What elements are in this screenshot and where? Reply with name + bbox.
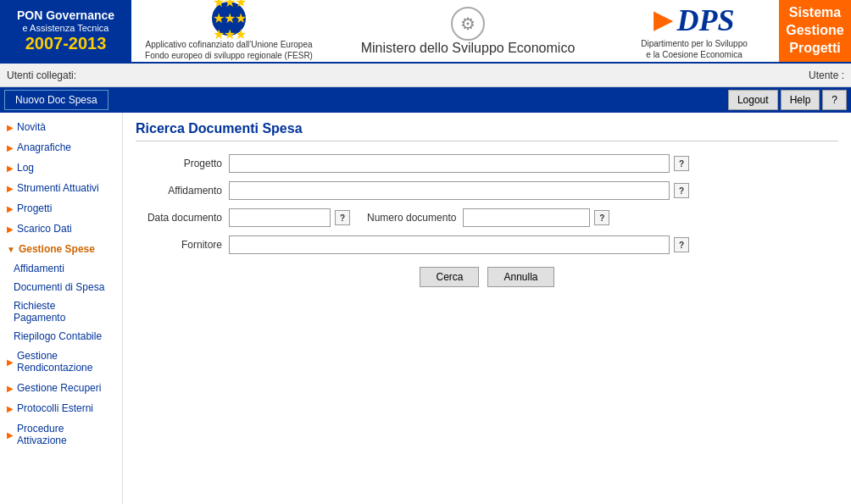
fornitore-row: Fornitore ? <box>136 235 838 254</box>
dps-subtitle: Dipartimento per lo Sviluppo e la Coesio… <box>641 38 748 60</box>
sidebar-item-progetti[interactable]: ▶ Progetti <box>0 198 122 219</box>
sidebar-item-gestione-spese[interactable]: ▼ Gestione Spese <box>0 239 122 259</box>
eu-circle: ★★★★★★★★★ <box>212 2 246 36</box>
data-doc-part: Data documento ? <box>136 208 350 227</box>
connected-users-label: Utenti collegati: <box>7 69 76 81</box>
sidebar-label-procedure: Procedure Attivazione <box>17 423 115 446</box>
sidebar-item-richieste[interactable]: Richieste Pagamento <box>0 296 122 327</box>
search-form: Progetto ? Affidamento ? Data documento … <box>136 154 838 287</box>
sidebar-item-gestione-recuperi[interactable]: ▶ Gestione Recuperi <box>0 378 122 398</box>
sgp-line2: Gestione <box>786 22 843 40</box>
nav-bar: Nuovo Doc Spesa Logout Help ? <box>0 87 851 113</box>
protocolli-arrow-icon: ▶ <box>7 404 14 413</box>
progetto-row: Progetto ? <box>136 154 838 173</box>
sidebar-item-riepilogo[interactable]: Riepilogo Contabile <box>0 327 122 346</box>
eu-stars-icon: ★★★★★★★★★ <box>213 0 246 42</box>
pon-logo: PON Governance e Assistenza Tecnica 2007… <box>0 0 131 62</box>
gestione-recuperi-arrow-icon: ▶ <box>7 384 14 393</box>
header: PON Governance e Assistenza Tecnica 2007… <box>0 0 851 64</box>
user-label: Utente : <box>809 69 844 81</box>
numero-doc-label: Numero documento <box>367 212 463 224</box>
mse-emblem-icon: ⚙ <box>451 7 485 41</box>
sidebar-item-protocolli[interactable]: ▶ Protocolli Esterni <box>0 398 122 418</box>
mse-logo: ⚙ Ministero dello Sviluppo Economico <box>326 0 609 62</box>
pon-title2: e Assistenza Tecnica <box>23 23 109 34</box>
eu-subtitle: Applicativo cofinanziato dall'Unione Eur… <box>145 39 313 61</box>
affidamento-row: Affidamento ? <box>136 181 838 200</box>
main-layout: ▶ Novità ▶ Anagrafiche ▶ Log ▶ Strumenti… <box>0 113 851 504</box>
sidebar-item-log[interactable]: ▶ Log <box>0 158 122 178</box>
numero-doc-help-button[interactable]: ? <box>594 210 609 225</box>
eu-subtitle2: Fondo europeo di sviluppo regionale (FES… <box>145 51 313 60</box>
data-doc-label: Data documento <box>136 212 229 224</box>
sidebar-label-documenti-spesa: Documenti di Spesa <box>14 281 104 293</box>
anagrafiche-arrow-icon: ▶ <box>7 143 14 152</box>
form-buttons: Cerca Annulla <box>136 267 838 287</box>
eu-subtitle1: Applicativo cofinanziato dall'Unione Eur… <box>145 40 312 49</box>
sidebar-label-progetti: Progetti <box>17 202 52 214</box>
progetto-help-button[interactable]: ? <box>674 156 689 171</box>
affidamento-label: Affidamento <box>136 185 229 197</box>
progetti-arrow-icon: ▶ <box>7 204 14 213</box>
dps-name: DPS <box>676 3 734 38</box>
sidebar-label-protocolli: Protocolli Esterni <box>17 402 93 414</box>
gestione-spese-arrow-icon: ▼ <box>7 245 15 254</box>
dps-arrow-icon: ▶ <box>654 6 672 34</box>
gestione-rendicontazione-arrow-icon: ▶ <box>7 357 14 367</box>
data-doc-help-button[interactable]: ? <box>335 210 350 225</box>
sidebar-label-riepilogo: Riepilogo Contabile <box>14 330 102 342</box>
fornitore-help-button[interactable]: ? <box>674 237 689 252</box>
dps-logo: ▶ DPS Dipartimento per lo Sviluppo e la … <box>609 0 779 62</box>
sidebar-label-gestione-rendicontazione: Gestione Rendicontazione <box>17 350 115 374</box>
scarico-arrow-icon: ▶ <box>7 224 14 234</box>
nav-actions: Logout Help ? <box>728 90 847 110</box>
numero-doc-part: Numero documento ? <box>367 208 609 227</box>
sgp-line1: Sistema <box>789 4 841 22</box>
strumenti-arrow-icon: ▶ <box>7 184 14 193</box>
sidebar-label-affidamenti: Affidamenti <box>14 263 64 274</box>
mse-title: Ministero dello Sviluppo Economico <box>361 41 576 56</box>
affidamento-help-button[interactable]: ? <box>674 183 689 198</box>
sidebar-label-log: Log <box>17 162 34 174</box>
numero-doc-input[interactable] <box>463 208 590 227</box>
data-numero-row: Data documento ? Numero documento ? <box>136 208 838 227</box>
sidebar-item-affidamenti[interactable]: Affidamenti <box>0 259 122 278</box>
sidebar-item-procedure[interactable]: ▶ Procedure Attivazione <box>0 418 122 451</box>
main-content: Ricerca Documenti Spesa Progetto ? Affid… <box>123 113 851 504</box>
sidebar-item-anagrafiche[interactable]: ▶ Anagrafiche <box>0 137 122 158</box>
annulla-button[interactable]: Annulla <box>487 267 553 287</box>
sgp-line3: Progetti <box>789 40 840 58</box>
sidebar-item-gestione-rendicontazione[interactable]: ▶ Gestione Rendicontazione <box>0 346 122 378</box>
pon-title1: PON Governance <box>17 8 114 23</box>
dps-subtitle1: Dipartimento per lo Sviluppo <box>641 39 748 48</box>
dps-subtitle2: e la Coesione Economica <box>646 50 742 59</box>
novita-arrow-icon: ▶ <box>7 123 14 132</box>
sidebar-item-novita[interactable]: ▶ Novità <box>0 117 122 137</box>
sidebar-item-documenti-spesa[interactable]: Documenti di Spesa <box>0 278 122 296</box>
sidebar-label-strumenti: Strumenti Attuativi <box>17 182 99 194</box>
sidebar-label-richieste: Richieste Pagamento <box>14 300 65 324</box>
dps-brand: ▶ DPS <box>654 3 734 38</box>
sidebar-label-anagrafiche: Anagrafiche <box>17 141 71 153</box>
cerca-button[interactable]: Cerca <box>420 267 479 287</box>
fornitore-label: Fornitore <box>136 239 229 251</box>
progetto-input[interactable] <box>229 154 670 173</box>
sidebar-label-gestione-spese: Gestione Spese <box>19 243 95 255</box>
sidebar: ▶ Novità ▶ Anagrafiche ▶ Log ▶ Strumenti… <box>0 113 123 504</box>
logout-button[interactable]: Logout <box>728 90 778 110</box>
procedure-arrow-icon: ▶ <box>7 430 14 440</box>
sidebar-label-scarico: Scarico Dati <box>17 223 72 235</box>
eu-logo: ★★★★★★★★★ Applicativo cofinanziato dall'… <box>131 0 326 62</box>
sidebar-label-novita: Novità <box>17 121 46 133</box>
new-doc-spesa-button[interactable]: Nuovo Doc Spesa <box>4 90 108 110</box>
user-bar: Utenti collegati: Utente : <box>0 64 851 87</box>
data-doc-input[interactable] <box>229 208 331 227</box>
pon-years: 2007-2013 <box>25 34 107 53</box>
affidamento-input[interactable] <box>229 181 670 200</box>
fornitore-input[interactable] <box>229 235 670 254</box>
sidebar-item-scarico[interactable]: ▶ Scarico Dati <box>0 219 122 239</box>
question-button[interactable]: ? <box>822 90 847 110</box>
sidebar-item-strumenti[interactable]: ▶ Strumenti Attuativi <box>0 178 122 198</box>
sgp-logo: Sistema Gestione Progetti <box>779 0 851 62</box>
help-button[interactable]: Help <box>781 90 820 110</box>
